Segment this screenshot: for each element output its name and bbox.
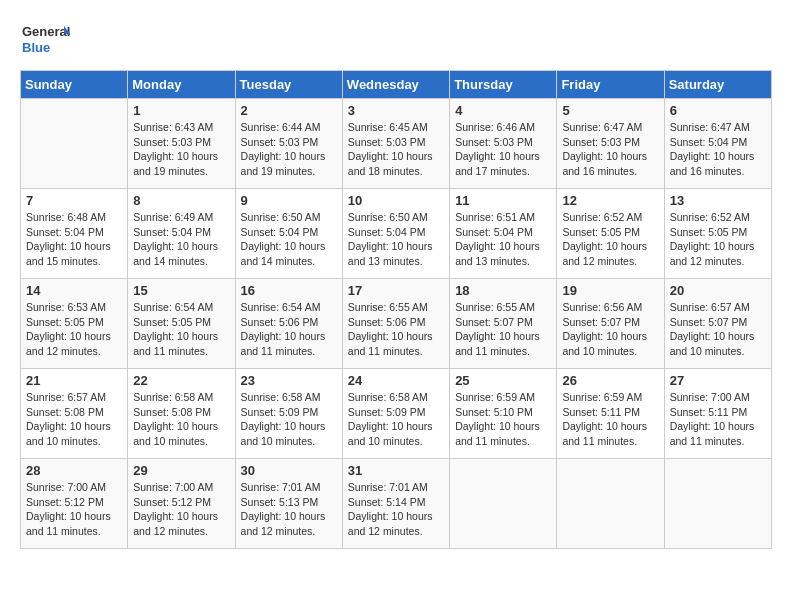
day-info: Sunrise: 6:59 AMSunset: 5:10 PMDaylight:… [455,390,551,449]
svg-text:General: General [22,24,70,39]
day-info: Sunrise: 7:00 AMSunset: 5:11 PMDaylight:… [670,390,766,449]
calendar-cell: 14Sunrise: 6:53 AMSunset: 5:05 PMDayligh… [21,279,128,369]
day-number: 25 [455,373,551,388]
header-row: SundayMondayTuesdayWednesdayThursdayFrid… [21,71,772,99]
day-number: 15 [133,283,229,298]
calendar-cell: 8Sunrise: 6:49 AMSunset: 5:04 PMDaylight… [128,189,235,279]
calendar-cell: 10Sunrise: 6:50 AMSunset: 5:04 PMDayligh… [342,189,449,279]
day-info: Sunrise: 6:52 AMSunset: 5:05 PMDaylight:… [670,210,766,269]
header-cell-wednesday: Wednesday [342,71,449,99]
calendar-row-4: 21Sunrise: 6:57 AMSunset: 5:08 PMDayligh… [21,369,772,459]
day-info: Sunrise: 6:45 AMSunset: 5:03 PMDaylight:… [348,120,444,179]
day-number: 23 [241,373,337,388]
day-info: Sunrise: 6:54 AMSunset: 5:06 PMDaylight:… [241,300,337,359]
day-number: 4 [455,103,551,118]
day-info: Sunrise: 6:50 AMSunset: 5:04 PMDaylight:… [241,210,337,269]
day-number: 29 [133,463,229,478]
day-info: Sunrise: 6:47 AMSunset: 5:04 PMDaylight:… [670,120,766,179]
calendar-header: SundayMondayTuesdayWednesdayThursdayFrid… [21,71,772,99]
calendar-cell [664,459,771,549]
day-number: 10 [348,193,444,208]
day-info: Sunrise: 6:52 AMSunset: 5:05 PMDaylight:… [562,210,658,269]
day-info: Sunrise: 6:49 AMSunset: 5:04 PMDaylight:… [133,210,229,269]
calendar-cell: 23Sunrise: 6:58 AMSunset: 5:09 PMDayligh… [235,369,342,459]
day-number: 31 [348,463,444,478]
day-info: Sunrise: 6:43 AMSunset: 5:03 PMDaylight:… [133,120,229,179]
day-info: Sunrise: 6:48 AMSunset: 5:04 PMDaylight:… [26,210,122,269]
calendar-cell [21,99,128,189]
calendar-cell [557,459,664,549]
day-number: 3 [348,103,444,118]
page-header: General Blue [20,20,772,60]
calendar-cell: 24Sunrise: 6:58 AMSunset: 5:09 PMDayligh… [342,369,449,459]
day-info: Sunrise: 6:57 AMSunset: 5:08 PMDaylight:… [26,390,122,449]
calendar-cell: 17Sunrise: 6:55 AMSunset: 5:06 PMDayligh… [342,279,449,369]
calendar-cell: 12Sunrise: 6:52 AMSunset: 5:05 PMDayligh… [557,189,664,279]
calendar-cell: 3Sunrise: 6:45 AMSunset: 5:03 PMDaylight… [342,99,449,189]
calendar-cell: 19Sunrise: 6:56 AMSunset: 5:07 PMDayligh… [557,279,664,369]
calendar-table: SundayMondayTuesdayWednesdayThursdayFrid… [20,70,772,549]
header-cell-thursday: Thursday [450,71,557,99]
day-number: 14 [26,283,122,298]
header-cell-monday: Monday [128,71,235,99]
calendar-row-3: 14Sunrise: 6:53 AMSunset: 5:05 PMDayligh… [21,279,772,369]
calendar-cell: 15Sunrise: 6:54 AMSunset: 5:05 PMDayligh… [128,279,235,369]
day-number: 12 [562,193,658,208]
day-number: 19 [562,283,658,298]
day-info: Sunrise: 6:53 AMSunset: 5:05 PMDaylight:… [26,300,122,359]
calendar-cell: 5Sunrise: 6:47 AMSunset: 5:03 PMDaylight… [557,99,664,189]
svg-text:Blue: Blue [22,40,50,55]
day-info: Sunrise: 6:58 AMSunset: 5:09 PMDaylight:… [241,390,337,449]
day-number: 21 [26,373,122,388]
logo-svg: General Blue [20,20,70,60]
calendar-cell: 25Sunrise: 6:59 AMSunset: 5:10 PMDayligh… [450,369,557,459]
day-number: 9 [241,193,337,208]
day-info: Sunrise: 7:00 AMSunset: 5:12 PMDaylight:… [26,480,122,539]
day-info: Sunrise: 6:54 AMSunset: 5:05 PMDaylight:… [133,300,229,359]
calendar-cell: 27Sunrise: 7:00 AMSunset: 5:11 PMDayligh… [664,369,771,459]
day-number: 22 [133,373,229,388]
calendar-cell: 7Sunrise: 6:48 AMSunset: 5:04 PMDaylight… [21,189,128,279]
day-info: Sunrise: 7:01 AMSunset: 5:14 PMDaylight:… [348,480,444,539]
day-number: 7 [26,193,122,208]
day-info: Sunrise: 6:51 AMSunset: 5:04 PMDaylight:… [455,210,551,269]
day-number: 5 [562,103,658,118]
day-number: 24 [348,373,444,388]
calendar-cell: 2Sunrise: 6:44 AMSunset: 5:03 PMDaylight… [235,99,342,189]
day-number: 18 [455,283,551,298]
calendar-body: 1Sunrise: 6:43 AMSunset: 5:03 PMDaylight… [21,99,772,549]
day-number: 2 [241,103,337,118]
day-number: 13 [670,193,766,208]
day-info: Sunrise: 6:55 AMSunset: 5:07 PMDaylight:… [455,300,551,359]
calendar-cell: 22Sunrise: 6:58 AMSunset: 5:08 PMDayligh… [128,369,235,459]
day-number: 26 [562,373,658,388]
day-number: 6 [670,103,766,118]
header-cell-saturday: Saturday [664,71,771,99]
day-info: Sunrise: 6:50 AMSunset: 5:04 PMDaylight:… [348,210,444,269]
calendar-cell [450,459,557,549]
day-number: 27 [670,373,766,388]
calendar-cell: 16Sunrise: 6:54 AMSunset: 5:06 PMDayligh… [235,279,342,369]
calendar-row-1: 1Sunrise: 6:43 AMSunset: 5:03 PMDaylight… [21,99,772,189]
header-cell-tuesday: Tuesday [235,71,342,99]
calendar-cell: 21Sunrise: 6:57 AMSunset: 5:08 PMDayligh… [21,369,128,459]
day-number: 1 [133,103,229,118]
day-info: Sunrise: 6:55 AMSunset: 5:06 PMDaylight:… [348,300,444,359]
day-info: Sunrise: 6:46 AMSunset: 5:03 PMDaylight:… [455,120,551,179]
calendar-cell: 13Sunrise: 6:52 AMSunset: 5:05 PMDayligh… [664,189,771,279]
header-cell-sunday: Sunday [21,71,128,99]
day-info: Sunrise: 6:58 AMSunset: 5:08 PMDaylight:… [133,390,229,449]
day-info: Sunrise: 7:01 AMSunset: 5:13 PMDaylight:… [241,480,337,539]
calendar-cell: 28Sunrise: 7:00 AMSunset: 5:12 PMDayligh… [21,459,128,549]
day-number: 30 [241,463,337,478]
calendar-row-5: 28Sunrise: 7:00 AMSunset: 5:12 PMDayligh… [21,459,772,549]
day-info: Sunrise: 7:00 AMSunset: 5:12 PMDaylight:… [133,480,229,539]
calendar-cell: 29Sunrise: 7:00 AMSunset: 5:12 PMDayligh… [128,459,235,549]
calendar-cell: 11Sunrise: 6:51 AMSunset: 5:04 PMDayligh… [450,189,557,279]
calendar-cell: 18Sunrise: 6:55 AMSunset: 5:07 PMDayligh… [450,279,557,369]
day-info: Sunrise: 6:47 AMSunset: 5:03 PMDaylight:… [562,120,658,179]
calendar-cell: 9Sunrise: 6:50 AMSunset: 5:04 PMDaylight… [235,189,342,279]
day-info: Sunrise: 6:59 AMSunset: 5:11 PMDaylight:… [562,390,658,449]
calendar-cell: 4Sunrise: 6:46 AMSunset: 5:03 PMDaylight… [450,99,557,189]
day-info: Sunrise: 6:44 AMSunset: 5:03 PMDaylight:… [241,120,337,179]
